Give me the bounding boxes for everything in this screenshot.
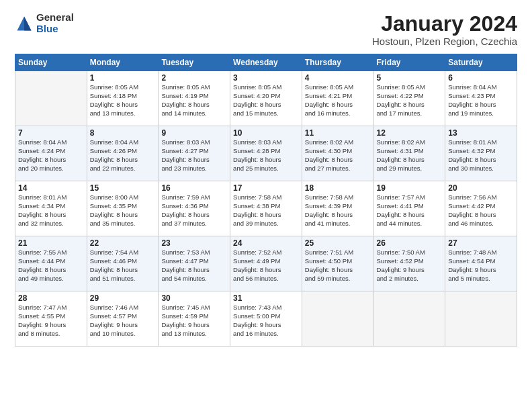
calendar-header-row: Sunday Monday Tuesday Wednesday Thursday… bbox=[15, 54, 517, 71]
cell-content: Sunrise: 8:04 AMSunset: 4:26 PMDaylight:… bbox=[90, 138, 156, 173]
calendar-table: Sunday Monday Tuesday Wednesday Thursday… bbox=[15, 54, 517, 347]
day-number: 5 bbox=[377, 73, 443, 83]
cell-content: Sunrise: 7:59 AMSunset: 4:36 PMDaylight:… bbox=[161, 193, 227, 228]
logo-icon bbox=[15, 14, 34, 33]
day-number: 16 bbox=[161, 183, 227, 193]
cell-content: Sunrise: 7:55 AMSunset: 4:44 PMDaylight:… bbox=[18, 248, 84, 283]
day-number: 31 bbox=[233, 293, 299, 303]
table-row: 13Sunrise: 8:01 AMSunset: 4:32 PMDayligh… bbox=[445, 126, 517, 181]
cell-content: Sunrise: 7:50 AMSunset: 4:52 PMDaylight:… bbox=[377, 248, 443, 283]
logo: General Blue bbox=[15, 12, 74, 34]
cell-content: Sunrise: 7:56 AMSunset: 4:42 PMDaylight:… bbox=[448, 193, 514, 228]
cell-content: Sunrise: 7:54 AMSunset: 4:46 PMDaylight:… bbox=[90, 248, 156, 283]
header-wednesday: Wednesday bbox=[230, 54, 302, 71]
table-row: 4Sunrise: 8:05 AMSunset: 4:21 PMDaylight… bbox=[302, 71, 373, 126]
header-friday: Friday bbox=[373, 54, 445, 71]
day-number: 7 bbox=[18, 128, 84, 138]
cell-content: Sunrise: 7:58 AMSunset: 4:38 PMDaylight:… bbox=[233, 193, 299, 228]
day-number: 29 bbox=[90, 293, 156, 303]
day-number: 2 bbox=[161, 73, 227, 83]
table-row: 24Sunrise: 7:52 AMSunset: 4:49 PMDayligh… bbox=[230, 236, 302, 291]
cell-content: Sunrise: 8:05 AMSunset: 4:21 PMDaylight:… bbox=[305, 83, 371, 118]
cell-content: Sunrise: 8:04 AMSunset: 4:23 PMDaylight:… bbox=[448, 83, 514, 118]
cell-content: Sunrise: 8:03 AMSunset: 4:28 PMDaylight:… bbox=[233, 138, 299, 173]
day-number: 3 bbox=[233, 73, 299, 83]
table-row: 23Sunrise: 7:53 AMSunset: 4:47 PMDayligh… bbox=[159, 236, 230, 291]
logo-text: General Blue bbox=[36, 12, 74, 34]
day-number: 27 bbox=[448, 238, 514, 248]
day-number: 23 bbox=[161, 238, 227, 248]
day-number: 14 bbox=[18, 183, 84, 193]
table-row: 3Sunrise: 8:05 AMSunset: 4:20 PMDaylight… bbox=[230, 71, 302, 126]
logo-blue-text: Blue bbox=[36, 24, 74, 35]
cell-content: Sunrise: 7:45 AMSunset: 4:59 PMDaylight:… bbox=[161, 304, 227, 338]
calendar-week-row: 21Sunrise: 7:55 AMSunset: 4:44 PMDayligh… bbox=[15, 236, 517, 291]
cell-content: Sunrise: 8:00 AMSunset: 4:35 PMDaylight:… bbox=[90, 193, 156, 228]
calendar-week-row: 7Sunrise: 8:04 AMSunset: 4:24 PMDaylight… bbox=[15, 126, 517, 181]
table-row bbox=[15, 71, 87, 126]
title-block: January 2024 Hostoun, Plzen Region, Czec… bbox=[372, 12, 517, 47]
cell-content: Sunrise: 7:48 AMSunset: 4:54 PMDaylight:… bbox=[448, 248, 514, 283]
calendar-week-row: 28Sunrise: 7:47 AMSunset: 4:55 PMDayligh… bbox=[15, 291, 517, 347]
header-monday: Monday bbox=[87, 54, 159, 71]
cell-content: Sunrise: 8:02 AMSunset: 4:30 PMDaylight:… bbox=[305, 138, 371, 173]
table-row: 11Sunrise: 8:02 AMSunset: 4:30 PMDayligh… bbox=[302, 126, 373, 181]
table-row: 7Sunrise: 8:04 AMSunset: 4:24 PMDaylight… bbox=[15, 126, 87, 181]
table-row: 19Sunrise: 7:57 AMSunset: 4:41 PMDayligh… bbox=[373, 181, 445, 236]
day-number: 4 bbox=[305, 73, 371, 83]
table-row: 31Sunrise: 7:43 AMSunset: 5:00 PMDayligh… bbox=[230, 291, 302, 347]
calendar-subtitle: Hostoun, Plzen Region, Czechia bbox=[372, 36, 517, 47]
day-number: 17 bbox=[233, 183, 299, 193]
svg-marker-1 bbox=[24, 16, 32, 30]
day-number: 25 bbox=[305, 238, 371, 248]
day-number: 12 bbox=[377, 128, 443, 138]
table-row: 16Sunrise: 7:59 AMSunset: 4:36 PMDayligh… bbox=[159, 181, 230, 236]
table-row: 10Sunrise: 8:03 AMSunset: 4:28 PMDayligh… bbox=[230, 126, 302, 181]
cell-content: Sunrise: 8:04 AMSunset: 4:24 PMDaylight:… bbox=[18, 138, 84, 173]
table-row: 14Sunrise: 8:01 AMSunset: 4:34 PMDayligh… bbox=[15, 181, 87, 236]
header-tuesday: Tuesday bbox=[159, 54, 230, 71]
logo-general-text: General bbox=[36, 12, 74, 24]
table-row: 30Sunrise: 7:45 AMSunset: 4:59 PMDayligh… bbox=[159, 291, 230, 347]
table-row: 28Sunrise: 7:47 AMSunset: 4:55 PMDayligh… bbox=[15, 291, 87, 347]
day-number: 30 bbox=[161, 293, 227, 303]
table-row: 15Sunrise: 8:00 AMSunset: 4:35 PMDayligh… bbox=[87, 181, 159, 236]
table-row: 6Sunrise: 8:04 AMSunset: 4:23 PMDaylight… bbox=[445, 71, 517, 126]
table-row: 5Sunrise: 8:05 AMSunset: 4:22 PMDaylight… bbox=[373, 71, 445, 126]
table-row: 25Sunrise: 7:51 AMSunset: 4:50 PMDayligh… bbox=[302, 236, 373, 291]
cell-content: Sunrise: 7:52 AMSunset: 4:49 PMDaylight:… bbox=[233, 248, 299, 283]
cell-content: Sunrise: 7:53 AMSunset: 4:47 PMDaylight:… bbox=[161, 248, 227, 283]
header-saturday: Saturday bbox=[445, 54, 517, 71]
day-number: 13 bbox=[448, 128, 514, 138]
cell-content: Sunrise: 8:01 AMSunset: 4:34 PMDaylight:… bbox=[18, 193, 84, 228]
page: General Blue January 2024 Hostoun, Plzen… bbox=[0, 0, 532, 411]
cell-content: Sunrise: 8:03 AMSunset: 4:27 PMDaylight:… bbox=[161, 138, 227, 173]
calendar-week-row: 14Sunrise: 8:01 AMSunset: 4:34 PMDayligh… bbox=[15, 181, 517, 236]
cell-content: Sunrise: 8:05 AMSunset: 4:19 PMDaylight:… bbox=[161, 83, 227, 118]
table-row: 2Sunrise: 8:05 AMSunset: 4:19 PMDaylight… bbox=[159, 71, 230, 126]
table-row: 29Sunrise: 7:46 AMSunset: 4:57 PMDayligh… bbox=[87, 291, 159, 347]
cell-content: Sunrise: 8:05 AMSunset: 4:22 PMDaylight:… bbox=[377, 83, 443, 118]
table-row: 18Sunrise: 7:58 AMSunset: 4:39 PMDayligh… bbox=[302, 181, 373, 236]
table-row: 27Sunrise: 7:48 AMSunset: 4:54 PMDayligh… bbox=[445, 236, 517, 291]
day-number: 11 bbox=[305, 128, 371, 138]
table-row: 22Sunrise: 7:54 AMSunset: 4:46 PMDayligh… bbox=[87, 236, 159, 291]
day-number: 24 bbox=[233, 238, 299, 248]
table-row bbox=[302, 291, 373, 347]
table-row: 8Sunrise: 8:04 AMSunset: 4:26 PMDaylight… bbox=[87, 126, 159, 181]
day-number: 8 bbox=[90, 128, 156, 138]
calendar-week-row: 1Sunrise: 8:05 AMSunset: 4:18 PMDaylight… bbox=[15, 71, 517, 126]
day-number: 21 bbox=[18, 238, 84, 248]
calendar-title: January 2024 bbox=[372, 12, 517, 36]
header: General Blue January 2024 Hostoun, Plzen… bbox=[15, 12, 517, 47]
day-number: 22 bbox=[90, 238, 156, 248]
table-row: 17Sunrise: 7:58 AMSunset: 4:38 PMDayligh… bbox=[230, 181, 302, 236]
day-number: 10 bbox=[233, 128, 299, 138]
cell-content: Sunrise: 8:05 AMSunset: 4:20 PMDaylight:… bbox=[233, 83, 299, 118]
table-row: 1Sunrise: 8:05 AMSunset: 4:18 PMDaylight… bbox=[87, 71, 159, 126]
cell-content: Sunrise: 8:05 AMSunset: 4:18 PMDaylight:… bbox=[90, 83, 156, 118]
cell-content: Sunrise: 8:01 AMSunset: 4:32 PMDaylight:… bbox=[448, 138, 514, 173]
day-number: 20 bbox=[448, 183, 514, 193]
day-number: 26 bbox=[377, 238, 443, 248]
cell-content: Sunrise: 7:47 AMSunset: 4:55 PMDaylight:… bbox=[18, 304, 84, 338]
